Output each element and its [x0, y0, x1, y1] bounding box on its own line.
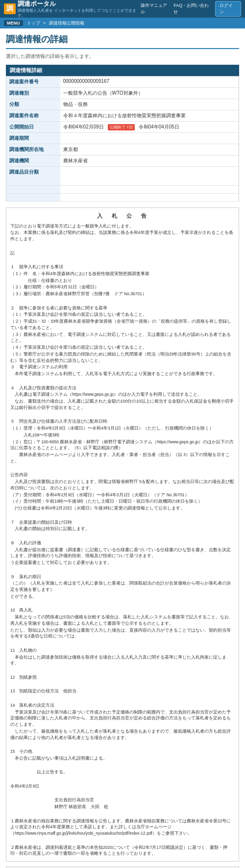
period-value [60, 133, 239, 144]
pubdate-start: 令和04年02月09日 [63, 124, 104, 130]
org-value: 東京都 [60, 144, 239, 155]
logo-icon: 調 [4, 3, 16, 14]
pubdate-row: 公開開始日 令和04年02月09日 公開終了 7日 令和04年04月05日 [6, 122, 239, 133]
title-value: 令和４年度森林内における放射性物質実態把握調査事業 [60, 110, 239, 122]
breadcrumb-current: 調達情報公開情報 [49, 21, 84, 26]
empty-row2 [6, 194, 239, 202]
header-nav: 操作マニュアル FAQ・お問い合わせ ログイン [141, 1, 241, 17]
detail-table: 調達案件番号 00000000000009167 調達種別 一般競争入札の公告（… [6, 76, 239, 202]
page-title: 調達情報の詳細 [6, 33, 239, 49]
case-no-row: 調達案件番号 00000000000009167 [6, 77, 239, 88]
breadcrumb: トップ > 調達情報公開情報 [26, 20, 85, 26]
logo-area: 調 調達ポータル 調達情報と入札者を インターネットを利用してつなぐことができま… [4, 0, 141, 18]
pubdate-label: 公開開始日 [6, 122, 60, 133]
faq-link[interactable]: FAQ・お問い合わせ [173, 2, 212, 15]
section-header: 調達情報詳細 [6, 65, 239, 76]
pubdate-end: 令和04年04月05日 [139, 124, 179, 130]
pubdate-badge: 公開終了 7日 [108, 124, 135, 130]
public-content-area: 入 札 公 告 下記のとおり電子調達等方式による一般競争入札に付します。なお、本… [6, 207, 239, 862]
period-label: 調達期間 [6, 133, 60, 144]
classif-label: 調達品目分類 [6, 167, 60, 186]
top-navbar: MENU トップ > 調達情報公開情報 [0, 18, 245, 28]
type-label: 調達種別 [6, 88, 60, 99]
classif-row: 調達品目分類 [6, 167, 239, 186]
login-button[interactable]: ログイン [215, 1, 241, 17]
case-no-value: 00000000000009167 [60, 77, 239, 88]
org2-row: 調達機関 農林水産省 [6, 155, 239, 167]
type-value: 一般競争入札の公告（WTO対象外） [60, 88, 239, 99]
title-row: 調達案件名称 令和４年度森林内における放射性物質実態把握調査事業 [6, 110, 239, 122]
empty-row1 [6, 186, 239, 194]
site-header: 調 調達ポータル 調達情報と入札者を インターネットを利用してつなぐことができま… [0, 0, 245, 18]
breadcrumb-top[interactable]: トップ [27, 21, 40, 26]
page-description: 選択した調達情報の詳細を表示します。 [6, 53, 239, 60]
pubdate-value: 令和04年02月09日 公開終了 7日 令和04年04月05日 [60, 122, 239, 133]
page-content: 調達情報の詳細 選択した調達情報の詳細を表示します。 調達情報詳細 調達案件番号… [0, 28, 245, 868]
classif-value [60, 167, 239, 186]
category-row: 分類 物品・役務 [6, 99, 239, 110]
manual-link[interactable]: 操作マニュアル [141, 2, 171, 15]
case-no-label: 調達案件番号 [6, 77, 60, 88]
public-body: 下記のとおり電子調達等方式による一般競争入札に付します。なお、本業務に係る落札及… [10, 223, 235, 857]
org2-label: 調達機関 [6, 155, 60, 167]
type-row: 調達種別 一般競争入札の公告（WTO対象外） [6, 88, 239, 99]
public-content-title: 入 札 公 告 [10, 212, 235, 220]
org2-value: 農林水産省 [60, 155, 239, 167]
category-label: 分類 [6, 99, 60, 110]
org-label: 調達機関所在地 [6, 144, 60, 155]
logo-sub: 調達情報と入札者を インターネットを利用してつなぐことができます。 [18, 8, 141, 18]
period-row: 調達期間 [6, 133, 239, 144]
category-value: 物品・役務 [60, 99, 239, 110]
menu-button[interactable]: MENU [4, 20, 23, 26]
org-row: 調達機関所在地 東京都 [6, 144, 239, 155]
title-label: 調達案件名称 [6, 110, 60, 122]
logo-main: 調達ポータル [18, 0, 141, 8]
